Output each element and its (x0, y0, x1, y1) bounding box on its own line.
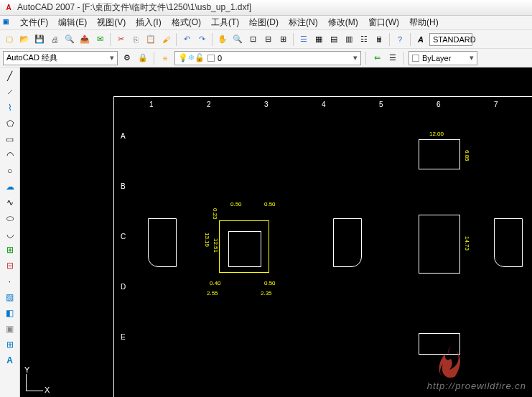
layer-lock-icon: 🔓 (195, 53, 205, 62)
mtext-icon[interactable]: A (2, 353, 18, 368)
ellipse-arc-icon[interactable]: ◡ (2, 227, 18, 241)
sheet-set-icon[interactable]: ▥ (342, 33, 355, 46)
publish-icon[interactable]: 📤 (78, 33, 91, 46)
part-c2-inner (228, 231, 261, 267)
dim-12: 14.73 (464, 236, 470, 251)
drawing-canvas[interactable]: 1 2 3 4 5 6 7 A B C D E 12.00 6.85 0.23 … (20, 67, 532, 397)
dim-1: 12.00 (429, 131, 444, 137)
dim-8: 0.40 (210, 280, 221, 286)
zoom-prev-icon[interactable]: ⊟ (261, 33, 274, 46)
plot-icon[interactable]: 🖨 (48, 33, 61, 46)
separator (212, 33, 213, 46)
app-small-icon: ▣ (3, 18, 14, 28)
workspace-combo[interactable]: AutoCAD 经典 ▾ (3, 51, 118, 65)
polyline-icon[interactable]: ⌇ (2, 101, 18, 115)
open-icon[interactable]: 📂 (18, 33, 31, 46)
chevron-down-icon: ▾ (110, 53, 114, 62)
layer-toolbar: AutoCAD 经典 ▾ ⚙ 🔒 ≡ 💡 ❄ 🔓 0 ▾ ⇐ ☰ ByLayer… (0, 49, 532, 67)
separator (389, 33, 390, 46)
text-style-combo[interactable]: STANDARD (429, 33, 472, 46)
color-value: ByLayer (422, 54, 451, 62)
separator (154, 52, 154, 65)
menu-insert[interactable]: 插入(I) (131, 15, 165, 30)
zoom-rt-icon[interactable]: 🔍 (231, 33, 244, 46)
layer-prev-icon[interactable]: ⇐ (370, 52, 383, 65)
polygon-icon[interactable]: ⬠ (2, 116, 18, 131)
menu-draw[interactable]: 绘图(D) (245, 15, 283, 30)
dim-2: 6.85 (464, 150, 470, 162)
help-icon[interactable]: ? (393, 33, 406, 46)
zoom-ext-icon[interactable]: ⊞ (276, 33, 289, 46)
menu-bar: ▣ 文件(F) 编辑(E) 视图(V) 插入(I) 格式(O) 工具(T) 绘图… (0, 16, 532, 30)
separator (410, 33, 411, 46)
calc-icon[interactable]: 🖩 (373, 33, 386, 46)
part-top-right (419, 139, 460, 169)
layer-value: 0 (218, 54, 222, 62)
pan-icon[interactable]: ✋ (216, 33, 229, 46)
new-icon[interactable]: ▢ (3, 33, 16, 46)
separator (110, 33, 111, 46)
layer-manager-icon[interactable]: ≡ (159, 52, 172, 65)
workspace-value: AutoCAD 经典 (6, 52, 57, 63)
preview-icon[interactable]: 🔍 (63, 33, 76, 46)
workspace-lock-icon[interactable]: 🔒 (136, 52, 149, 65)
layer-combo[interactable]: 💡 ❄ 🔓 0 ▾ (174, 51, 361, 65)
gradient-icon[interactable]: ◧ (2, 306, 18, 320)
hatch-icon[interactable]: ▨ (2, 290, 18, 304)
revcloud-icon[interactable]: ☁ (2, 179, 18, 194)
point-icon[interactable]: · (2, 274, 18, 289)
textstyle-icon[interactable]: A (414, 33, 427, 46)
workspace-settings-icon[interactable]: ⚙ (121, 52, 134, 65)
design-center-icon[interactable]: ▦ (312, 33, 325, 46)
dim-7: 12.51 (213, 238, 219, 253)
layer-states-icon[interactable]: ☰ (386, 52, 399, 65)
standard-toolbar: ▢ 📂 💾 🖨 🔍 📤 ✉ ✂ ⎘ 📋 🖌 ↶ ↷ ✋ 🔍 ⊡ ⊟ ⊞ ☰ ▦ … (0, 30, 532, 49)
copy-icon[interactable]: ⎘ (129, 33, 142, 46)
ellipse-icon[interactable]: ⬭ (2, 211, 18, 225)
spline-icon[interactable]: ∿ (2, 195, 18, 210)
draw-toolbar: ╱ ⟋ ⌇ ⬠ ▭ ◠ ○ ☁ ∿ ⬭ ◡ ⊞ ⊟ · ▨ ◧ ▣ ⊞ A (0, 67, 20, 397)
dim-6: 13.19 (204, 233, 210, 247)
menu-help[interactable]: 帮助(H) (405, 15, 443, 30)
layer-freeze-icon: ❄ (188, 53, 195, 62)
col-4: 4 (322, 101, 326, 108)
circle-icon[interactable]: ○ (2, 164, 18, 178)
app-logo-icon: A (3, 2, 14, 14)
xline-icon[interactable]: ⟋ (2, 85, 18, 99)
color-combo[interactable]: ByLayer ▾ (409, 51, 477, 65)
insert-block-icon[interactable]: ⊞ (2, 243, 18, 257)
cut-icon[interactable]: ✂ (114, 33, 127, 46)
menu-tools[interactable]: 工具(T) (207, 15, 243, 30)
menu-window[interactable]: 窗口(W) (364, 15, 403, 30)
col-2: 2 (207, 101, 211, 108)
arc-icon[interactable]: ◠ (2, 148, 18, 162)
table-icon[interactable]: ⊞ (2, 337, 18, 352)
menu-view[interactable]: 视图(V) (93, 15, 130, 30)
menu-format[interactable]: 格式(O) (167, 15, 205, 30)
line-icon[interactable]: ╱ (2, 69, 18, 83)
redo-icon[interactable]: ↷ (195, 33, 208, 46)
region-icon[interactable]: ▣ (2, 322, 18, 336)
markup-icon[interactable]: ☷ (358, 33, 370, 46)
match-icon[interactable]: 🖌 (159, 33, 172, 46)
row-a: A (121, 132, 126, 140)
chevron-down-icon: ▾ (353, 53, 358, 62)
undo-icon[interactable]: ↶ (180, 33, 193, 46)
tool-palettes-icon[interactable]: ▤ (327, 33, 340, 46)
ucs-icon: X Y (26, 370, 47, 391)
col-1: 1 (149, 101, 154, 108)
rectangle-icon[interactable]: ▭ (2, 132, 18, 146)
properties-icon[interactable]: ☰ (297, 33, 310, 46)
save-icon[interactable]: 💾 (33, 33, 46, 46)
make-block-icon[interactable]: ⊟ (2, 258, 18, 273)
paste-icon[interactable]: 📋 (144, 33, 157, 46)
zoom-win-icon[interactable]: ⊡ (246, 33, 259, 46)
menu-file[interactable]: 文件(F) (16, 15, 52, 30)
menu-modify[interactable]: 修改(M) (324, 15, 363, 30)
menu-dimension[interactable]: 标注(N) (284, 15, 322, 30)
send-icon[interactable]: ✉ (93, 33, 106, 46)
col-5: 5 (379, 101, 383, 108)
menu-edit[interactable]: 编辑(E) (54, 15, 91, 30)
layer-color-swatch (207, 55, 215, 62)
ucs-y: Y (24, 365, 29, 374)
